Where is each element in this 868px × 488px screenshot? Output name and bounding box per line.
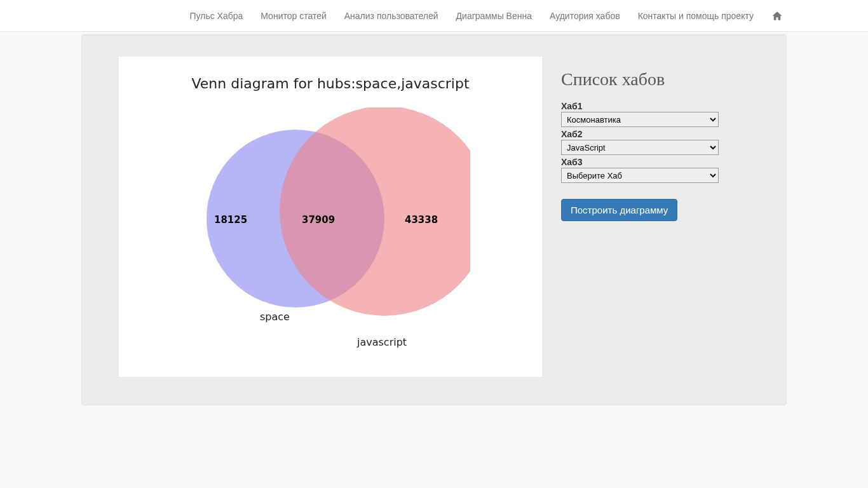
nav-link-venn[interactable]: Диаграммы Венна — [447, 1, 541, 30]
nav-link-pulse[interactable]: Пульс Хабра — [180, 1, 252, 30]
main-container: Venn diagram for hubs:space,javascript 1… — [72, 34, 796, 405]
nav-link-audience[interactable]: Аудитория хабов — [541, 1, 629, 30]
hub2-group: Хаб2 JavaScript — [561, 129, 749, 157]
sidebar: Список хабов Хаб1 Космонавтика Хаб2 Java… — [561, 57, 749, 377]
venn-diagram-area: Venn diagram for hubs:space,javascript 1… — [119, 57, 542, 377]
venn-value-intersection: 37909 — [302, 214, 335, 226]
venn-value-left: 18125 — [214, 214, 247, 226]
venn-label-space: space — [260, 311, 290, 323]
build-diagram-button[interactable]: Построить диаграмму — [561, 199, 677, 221]
venn-title: Venn diagram for hubs:space,javascript — [119, 57, 542, 92]
hub1-select[interactable]: Космонавтика — [561, 112, 719, 127]
content-panel: Venn diagram for hubs:space,javascript 1… — [81, 34, 787, 405]
hub2-label: Хаб2 — [561, 129, 749, 139]
hub1-group: Хаб1 Космонавтика — [561, 101, 749, 129]
venn-value-right: 43338 — [405, 214, 438, 226]
hub2-select[interactable]: JavaScript — [561, 140, 719, 155]
home-icon[interactable] — [763, 3, 792, 29]
nav-link-monitor[interactable]: Монитор статей — [252, 1, 335, 30]
top-navbar: Пульс Хабра Монитор статей Анализ пользо… — [0, 0, 868, 32]
venn-label-javascript: javascript — [357, 336, 407, 348]
nav-link-users[interactable]: Анализ пользователей — [336, 1, 447, 30]
nav-items: Пульс Хабра Монитор статей Анализ пользо… — [180, 1, 792, 30]
hub1-label: Хаб1 — [561, 101, 749, 111]
hub3-select[interactable]: Выберите Хаб — [561, 168, 719, 183]
sidebar-heading: Список хабов — [561, 69, 749, 90]
hub3-group: Хаб3 Выберите Хаб — [561, 157, 749, 185]
nav-link-contacts[interactable]: Контакты и помощь проекту — [629, 1, 763, 30]
hub3-label: Хаб3 — [561, 157, 749, 167]
